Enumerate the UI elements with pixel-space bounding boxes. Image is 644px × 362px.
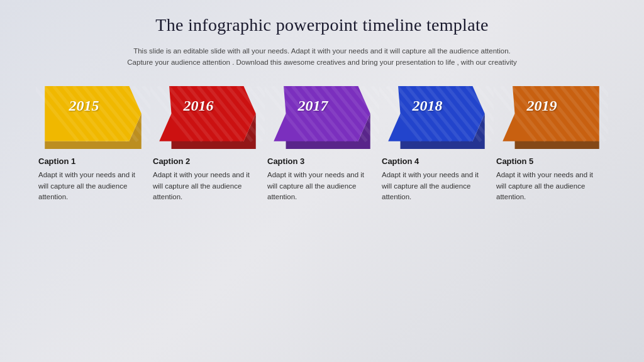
slide-title: The infographic powerpoint timeline temp… (155, 15, 488, 35)
caption-text-4: Adapt it with your needs and it will cap… (496, 170, 603, 203)
caption-area-2: Caption 3 Adapt it with your needs and i… (265, 149, 379, 203)
caption-text-0: Adapt it with your needs and it will cap… (38, 170, 145, 203)
year-label-1: 2016 (183, 97, 213, 114)
arrow-shape-2: 2017 (265, 86, 379, 149)
timeline-item-2: 2017 Caption 3 Adapt it with your needs … (265, 86, 379, 203)
caption-text-3: Adapt it with your needs and it will cap… (382, 170, 489, 203)
arrow-shape-3: 2018 (379, 86, 494, 149)
caption-area-1: Caption 2 Adapt it with your needs and i… (150, 149, 265, 203)
caption-title-2: Caption 3 (267, 156, 374, 166)
arrow-shape-1: 2016 (150, 86, 265, 149)
subtitle-line2: Capture your audience attention . Downlo… (127, 58, 516, 66)
subtitle-line1: This slide is an editable slide with all… (133, 47, 511, 55)
slide: The infographic powerpoint timeline temp… (0, 0, 644, 362)
year-label-0: 2015 (69, 97, 99, 114)
caption-title-0: Caption 1 (38, 156, 145, 166)
caption-area-4: Caption 5 Adapt it with your needs and i… (494, 149, 608, 203)
timeline-item-0: 2015 Caption 1 Adapt it with your needs … (36, 86, 150, 203)
year-label-2: 2017 (297, 97, 328, 114)
year-label-4: 2019 (526, 97, 557, 114)
timeline-item-1: 2016 Caption 2 Adapt it with your needs … (150, 86, 265, 203)
arrow-shape-4: 2019 (494, 86, 608, 149)
subtitle: This slide is an editable slide with all… (127, 45, 516, 69)
caption-title-1: Caption 2 (153, 156, 260, 166)
caption-title-4: Caption 5 (496, 156, 603, 166)
year-label-3: 2018 (412, 97, 442, 114)
caption-title-3: Caption 4 (382, 156, 489, 166)
timeline-item-4: 2019 Caption 5 Adapt it with your needs … (494, 86, 608, 203)
caption-text-1: Adapt it with your needs and it will cap… (153, 170, 260, 203)
caption-area-0: Caption 1 Adapt it with your needs and i… (36, 149, 150, 203)
timeline-item-3: 2018 Caption 4 Adapt it with your needs … (379, 86, 494, 203)
timeline: 2015 Caption 1 Adapt it with your needs … (25, 86, 619, 203)
arrow-shape-0: 2015 (36, 86, 150, 149)
caption-text-2: Adapt it with your needs and it will cap… (267, 170, 374, 203)
caption-area-3: Caption 4 Adapt it with your needs and i… (379, 149, 494, 203)
